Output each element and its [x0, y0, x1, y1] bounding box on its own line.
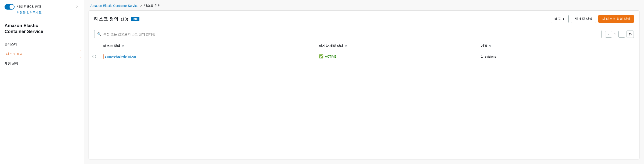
col-task-header: 태스크 정의 ▽: [100, 41, 316, 51]
sidebar-item-task-definitions[interactable]: 태스크 정의: [3, 50, 81, 58]
sidebar-nav: 클러스터 태스크 정의 계정 설정: [0, 38, 84, 70]
row-status-cell: ✅ ACTIVE: [316, 51, 477, 62]
col-revision-header: 개정 ▽: [477, 41, 639, 51]
col-status-header: 마지막 개정 상태 ▽: [316, 41, 477, 51]
panel-title: 태스크 정의 (10): [94, 16, 128, 22]
deploy-dropdown-arrow: ▼: [562, 18, 565, 20]
breadcrumb-separator: >: [140, 4, 142, 8]
task-sort-icon[interactable]: ▽: [122, 45, 124, 47]
next-page-button[interactable]: ›: [618, 31, 625, 38]
task-definition-link[interactable]: sample-task-definition: [103, 54, 138, 59]
sidebar: 새로운 ECS 환경 의견을 알려주세요. × Amazon ElasticCo…: [0, 0, 84, 164]
search-input-wrapper: 🔍: [94, 30, 602, 38]
search-area: 🔍 ‹ 1 › ⚙: [89, 27, 639, 41]
search-icon: 🔍: [97, 32, 102, 36]
ecs-toggle[interactable]: [4, 4, 14, 10]
main-content: Amazon Elastic Container Service > 태스크 정…: [84, 0, 644, 164]
row-checkbox-cell: [89, 51, 100, 62]
breadcrumb-current: 태스크 정의: [144, 4, 161, 8]
sidebar-toggle-area: 새로운 ECS 환경 의견을 알려주세요.: [4, 4, 42, 15]
new-revision-button[interactable]: 새 개정 생성: [571, 15, 596, 23]
revisions-text: 1 revisions: [481, 55, 496, 58]
deploy-button[interactable]: 배포 ▼: [551, 15, 568, 23]
sidebar-item-clusters[interactable]: 클러스터: [0, 40, 84, 49]
toggle-row: 새로운 ECS 환경: [4, 4, 42, 10]
page-number: 1: [613, 32, 617, 36]
feedback-link[interactable]: 의견을 알려주세요.: [17, 11, 42, 15]
sidebar-service-title: Amazon ElasticContainer Service: [0, 17, 84, 38]
row-revision-cell: 1 revisions: [477, 51, 639, 62]
status-label: ACTIVE: [325, 55, 336, 58]
task-definitions-table: 태스크 정의 ▽ 마지막 개정 상태 ▽ 개정 ▽: [89, 41, 639, 62]
prev-page-button[interactable]: ‹: [605, 31, 612, 38]
toggle-label: 새로운 ECS 환경: [17, 5, 41, 9]
new-task-definition-button[interactable]: 새 태스크 정의 생성: [598, 15, 634, 23]
panel-actions: 배포 ▼ 새 개정 생성 새 태스크 정의 생성: [551, 15, 634, 23]
status-sort-icon[interactable]: ▽: [345, 45, 347, 47]
table-row: sample-task-definition ✅ ACTIVE 1 revisi…: [89, 51, 639, 62]
breadcrumb-service-link[interactable]: Amazon Elastic Container Service: [90, 4, 138, 8]
sidebar-item-account-settings[interactable]: 계정 설정: [0, 59, 84, 68]
col-checkbox-header: [89, 41, 100, 51]
breadcrumb: Amazon Elastic Container Service > 태스크 정…: [84, 0, 644, 11]
content-panel: 태스크 정의 (10) Info 배포 ▼ 새 개정 생성 새 태스크 정의 생…: [88, 11, 640, 159]
settings-button[interactable]: ⚙: [626, 31, 634, 38]
status-active-icon: ✅: [319, 54, 324, 58]
sidebar-header: 새로운 ECS 환경 의견을 알려주세요. ×: [0, 0, 84, 17]
info-badge[interactable]: Info: [131, 17, 140, 21]
row-task-cell: sample-task-definition: [100, 51, 316, 62]
row-radio-button[interactable]: [92, 55, 96, 58]
status-active-badge: ✅ ACTIVE: [319, 54, 474, 58]
panel-title-area: 태스크 정의 (10) Info: [94, 16, 140, 22]
panel-header: 태스크 정의 (10) Info 배포 ▼ 새 개정 생성 새 태스크 정의 생…: [89, 11, 639, 27]
revision-sort-icon[interactable]: ▽: [489, 45, 491, 47]
table-header-row: 태스크 정의 ▽ 마지막 개정 상태 ▽ 개정 ▽: [89, 41, 639, 51]
pagination-area: ‹ 1 › ⚙: [605, 31, 634, 38]
search-input[interactable]: [103, 32, 598, 36]
close-button[interactable]: ×: [75, 4, 79, 9]
panel-count: (10): [121, 17, 128, 21]
